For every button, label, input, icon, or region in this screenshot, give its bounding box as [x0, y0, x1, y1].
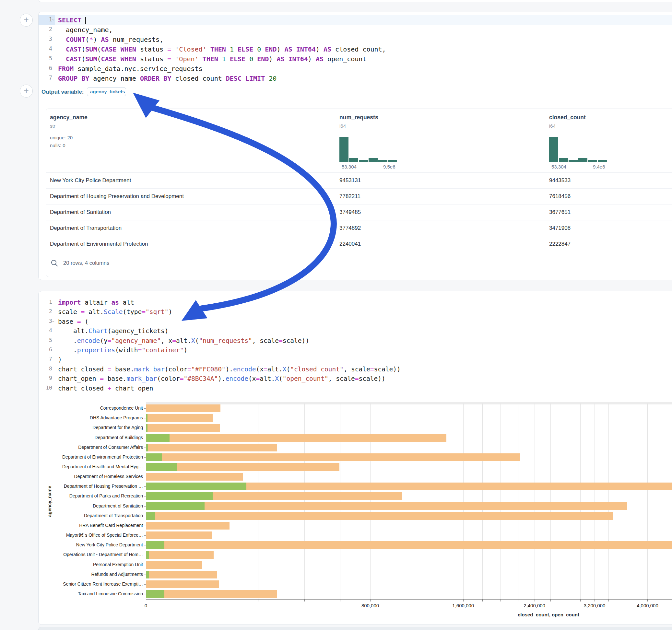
bar-open-count: [146, 463, 177, 471]
result-table: agency_name str unique: 20 nulls: 0 num_…: [46, 108, 672, 277]
histogram-max-label-closed: 9.4e6: [593, 164, 605, 169]
x-axis-tick: [397, 600, 397, 602]
gutter-separator: [55, 15, 55, 84]
code-line[interactable]: SELECT: [58, 15, 86, 25]
code-line[interactable]: import altair as alt: [58, 298, 134, 307]
bar-closed-count: [146, 551, 214, 559]
gridline: [534, 404, 535, 599]
code-line[interactable]: ): [58, 355, 62, 364]
y-axis-label: Personal Exemption Unit: [36, 562, 143, 567]
column-stat-nulls: nulls: 0: [50, 143, 66, 148]
code-line[interactable]: chart_open = base.mark_bar(color="#8BC34…: [58, 374, 385, 383]
x-axis-tick: [482, 600, 483, 602]
y-axis-label: Refunds and Adjustments: [36, 572, 143, 577]
gridline: [622, 404, 622, 599]
bar-open-count: [146, 551, 149, 559]
code-line[interactable]: CAST(SUM(CASE WHEN status = 'Closed' THE…: [58, 44, 386, 54]
output-variable-pill[interactable]: agency_tickets: [87, 87, 126, 96]
code-line[interactable]: alt.Chart(agency_tickets): [58, 326, 168, 336]
gridline: [608, 404, 609, 599]
table-cell: 2222847: [549, 241, 571, 247]
x-axis-tick-label: 3,200,000: [584, 603, 605, 608]
table-row-count[interactable]: 20 rows, 4 columns: [63, 260, 109, 266]
code-line[interactable]: chart_closed = base.mark_bar(color="#FFC…: [58, 365, 401, 374]
y-axis-label: Correspondence Unit: [36, 406, 143, 411]
histogram-bar: [598, 160, 607, 162]
bar-closed-count: [146, 424, 220, 432]
notebook-page: + + 1⌄SELECT 2 agency_name,3 COUNT(*) AS…: [0, 0, 672, 630]
line-number: 9: [41, 375, 52, 381]
collapse-chevron-icon[interactable]: ⌄: [51, 318, 55, 323]
add-cell-button-output[interactable]: +: [20, 84, 33, 98]
table-cell: Department of Transportation: [50, 225, 122, 232]
gridline: [566, 404, 566, 599]
bar-open-count: [146, 483, 246, 490]
code-line[interactable]: base = (: [58, 317, 89, 326]
histogram-bar: [588, 160, 597, 162]
x-axis-tick-label: 0: [145, 603, 147, 608]
histogram-max-label-num: 9.5e6: [383, 164, 395, 169]
bar-open-count: [146, 512, 155, 520]
code-line[interactable]: chart_closed + chart_open: [58, 384, 153, 393]
x-axis-tick: [258, 600, 258, 602]
collapse-chevron-icon[interactable]: ⌄: [51, 17, 55, 21]
histogram-bar: [388, 160, 397, 162]
y-axis-label: Department of Health and Mental Hyg…: [36, 464, 143, 469]
x-axis-tick: [421, 600, 421, 602]
add-cell-button-top[interactable]: +: [20, 14, 33, 27]
gridline: [258, 404, 258, 599]
column-header-closed-count: closed_count: [549, 114, 586, 121]
sql-cell-card: 1⌄SELECT 2 agency_name,3 COUNT(*) AS num…: [38, 12, 672, 280]
bar-closed-count: [146, 434, 447, 442]
code-line[interactable]: agency_name,: [58, 25, 113, 35]
x-axis-tick: [608, 600, 609, 602]
x-axis-tick: [622, 600, 622, 602]
active-line-highlight-code: [55, 15, 672, 25]
x-axis-tick: [443, 600, 443, 602]
line-number: 3: [41, 318, 52, 324]
gridline: [340, 404, 340, 599]
code-line[interactable]: .properties(width="container"): [58, 345, 187, 355]
y-axis-label: DHS Advantage Programs: [36, 415, 143, 420]
histogram-bar: [368, 158, 378, 162]
histogram-bar: [578, 158, 587, 162]
code-line[interactable]: .encode(y="agency_name", x=alt.X("num_re…: [58, 336, 309, 345]
y-axis-label: Senior Citizen Rent Increase Exempti…: [36, 581, 143, 587]
line-number: 5: [41, 337, 52, 343]
row-separator: [46, 172, 672, 173]
bar-closed-count: [146, 580, 219, 588]
gridline: [501, 404, 501, 599]
gridline: [550, 404, 551, 599]
gutter-separator-py: [55, 296, 55, 394]
code-line[interactable]: COUNT(*) AS num_requests,: [58, 35, 163, 44]
gridline: [421, 404, 421, 599]
gridline: [397, 404, 397, 599]
bar-open-count: [146, 571, 149, 579]
line-number: 2: [41, 26, 52, 32]
gridline: [647, 404, 648, 599]
code-line[interactable]: CAST(SUM(CASE WHEN status = 'Open' THEN …: [58, 54, 366, 64]
table-cell: 3471908: [549, 225, 571, 232]
code-line[interactable]: scale = alt.Scale(type="sqrt"): [58, 307, 172, 317]
line-number: 6: [41, 346, 52, 353]
bar-closed-count: [146, 453, 520, 461]
histogram-bar: [549, 137, 558, 162]
y-axis-label: Mayorâ€ s Office of Special Enforce…: [36, 532, 143, 538]
bar-closed-count: [146, 414, 213, 422]
column-header-num-requests: num_requests: [339, 114, 378, 121]
bar-open-count: [146, 434, 170, 442]
cell-divider: [39, 101, 672, 101]
column-type-closed-count: i64: [549, 123, 556, 129]
x-axis-tick: [304, 600, 305, 602]
code-line[interactable]: FROM sample_data.nyc.service_requests: [58, 64, 202, 74]
text-cursor: [85, 17, 86, 24]
line-number: 5: [41, 55, 52, 62]
code-line[interactable]: GROUP BY agency_name ORDER BY closed_cou…: [58, 74, 277, 83]
bar-closed-count: [146, 590, 277, 598]
gridline: [443, 404, 443, 599]
line-number: 1: [41, 16, 52, 23]
search-icon[interactable]: [51, 259, 58, 267]
y-axis-title: agency_name: [47, 486, 52, 517]
line-number: 6: [41, 65, 52, 71]
x-axis-line: [146, 599, 672, 600]
